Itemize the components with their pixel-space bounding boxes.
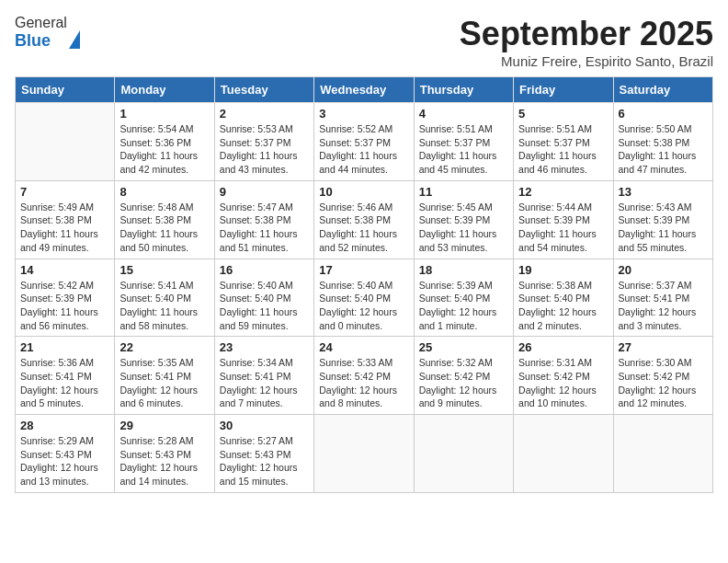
calendar-cell: 23Sunrise: 5:34 AM Sunset: 5:41 PM Dayli… <box>214 337 313 415</box>
day-info: Sunrise: 5:43 AM Sunset: 5:39 PM Dayligh… <box>619 201 708 255</box>
week-row-1: 7Sunrise: 5:49 AM Sunset: 5:38 PM Daylig… <box>16 180 713 259</box>
day-header-monday: Monday <box>115 77 214 103</box>
calendar-cell <box>613 415 712 493</box>
day-info: Sunrise: 5:54 AM Sunset: 5:36 PM Dayligh… <box>119 122 209 177</box>
day-number: 19 <box>518 263 608 277</box>
day-info: Sunrise: 5:27 AM Sunset: 5:43 PM Dayligh… <box>220 434 309 488</box>
calendar-cell: 26Sunrise: 5:31 AM Sunset: 5:42 PM Dayli… <box>514 337 613 415</box>
day-number: 12 <box>518 185 608 199</box>
calendar-cell: 4Sunrise: 5:51 AM Sunset: 5:37 PM Daylig… <box>414 103 513 181</box>
day-header-wednesday: Wednesday <box>314 77 414 103</box>
week-row-4: 28Sunrise: 5:29 AM Sunset: 5:43 PM Dayli… <box>16 415 713 493</box>
calendar-cell: 16Sunrise: 5:40 AM Sunset: 5:40 PM Dayli… <box>214 259 313 337</box>
day-info: Sunrise: 5:33 AM Sunset: 5:42 PM Dayligh… <box>319 356 408 410</box>
day-info: Sunrise: 5:44 AM Sunset: 5:39 PM Dayligh… <box>518 201 608 255</box>
day-info: Sunrise: 5:38 AM Sunset: 5:40 PM Dayligh… <box>518 279 608 333</box>
day-number: 28 <box>20 419 109 432</box>
title-block: September 2025 Muniz Freire, Espirito Sa… <box>460 15 713 69</box>
calendar-cell: 21Sunrise: 5:36 AM Sunset: 5:41 PM Dayli… <box>16 337 115 415</box>
calendar-table: SundayMondayTuesdayWednesdayThursdayFrid… <box>15 76 713 493</box>
day-number: 13 <box>619 185 708 199</box>
calendar-cell: 10Sunrise: 5:46 AM Sunset: 5:38 PM Dayli… <box>314 180 414 259</box>
day-number: 1 <box>119 107 209 121</box>
calendar-cell: 22Sunrise: 5:35 AM Sunset: 5:41 PM Dayli… <box>115 337 214 415</box>
day-number: 15 <box>119 263 209 277</box>
day-header-thursday: Thursday <box>414 77 513 103</box>
calendar-cell: 8Sunrise: 5:48 AM Sunset: 5:38 PM Daylig… <box>115 180 214 259</box>
week-row-3: 21Sunrise: 5:36 AM Sunset: 5:41 PM Dayli… <box>16 337 713 415</box>
calendar-cell: 3Sunrise: 5:52 AM Sunset: 5:37 PM Daylig… <box>314 103 414 181</box>
calendar-cell: 19Sunrise: 5:38 AM Sunset: 5:40 PM Dayli… <box>514 259 613 337</box>
day-info: Sunrise: 5:41 AM Sunset: 5:40 PM Dayligh… <box>119 279 209 333</box>
day-info: Sunrise: 5:39 AM Sunset: 5:40 PM Dayligh… <box>419 279 508 333</box>
day-number: 24 <box>319 340 408 354</box>
day-info: Sunrise: 5:49 AM Sunset: 5:38 PM Dayligh… <box>20 201 109 255</box>
day-info: Sunrise: 5:42 AM Sunset: 5:39 PM Dayligh… <box>20 279 109 333</box>
week-row-2: 14Sunrise: 5:42 AM Sunset: 5:39 PM Dayli… <box>16 259 713 337</box>
calendar-cell: 7Sunrise: 5:49 AM Sunset: 5:38 PM Daylig… <box>16 180 115 259</box>
day-info: Sunrise: 5:53 AM Sunset: 5:37 PM Dayligh… <box>220 122 309 177</box>
day-info: Sunrise: 5:28 AM Sunset: 5:43 PM Dayligh… <box>119 434 209 488</box>
day-info: Sunrise: 5:40 AM Sunset: 5:40 PM Dayligh… <box>319 279 408 333</box>
day-header-saturday: Saturday <box>613 77 712 103</box>
day-number: 9 <box>220 185 309 199</box>
logo-triangle <box>69 15 80 49</box>
calendar-cell: 20Sunrise: 5:37 AM Sunset: 5:41 PM Dayli… <box>613 259 712 337</box>
day-number: 5 <box>518 107 608 121</box>
day-info: Sunrise: 5:31 AM Sunset: 5:42 PM Dayligh… <box>518 356 608 410</box>
calendar-cell: 18Sunrise: 5:39 AM Sunset: 5:40 PM Dayli… <box>414 259 513 337</box>
day-info: Sunrise: 5:40 AM Sunset: 5:40 PM Dayligh… <box>220 279 309 333</box>
day-header-tuesday: Tuesday <box>214 77 313 103</box>
day-info: Sunrise: 5:46 AM Sunset: 5:38 PM Dayligh… <box>319 201 408 255</box>
calendar-cell: 6Sunrise: 5:50 AM Sunset: 5:38 PM Daylig… <box>613 103 712 181</box>
day-info: Sunrise: 5:50 AM Sunset: 5:38 PM Dayligh… <box>619 122 708 177</box>
calendar-cell: 25Sunrise: 5:32 AM Sunset: 5:42 PM Dayli… <box>414 337 513 415</box>
calendar-cell: 27Sunrise: 5:30 AM Sunset: 5:42 PM Dayli… <box>613 337 712 415</box>
day-info: Sunrise: 5:30 AM Sunset: 5:42 PM Dayligh… <box>619 356 708 410</box>
calendar-cell: 13Sunrise: 5:43 AM Sunset: 5:39 PM Dayli… <box>613 180 712 259</box>
calendar-cell <box>16 103 115 181</box>
day-number: 4 <box>419 107 508 121</box>
day-number: 11 <box>419 185 508 199</box>
day-number: 17 <box>319 263 408 277</box>
calendar-cell <box>514 415 613 493</box>
day-info: Sunrise: 5:51 AM Sunset: 5:37 PM Dayligh… <box>419 122 508 177</box>
calendar-cell: 24Sunrise: 5:33 AM Sunset: 5:42 PM Dayli… <box>314 337 414 415</box>
day-info: Sunrise: 5:37 AM Sunset: 5:41 PM Dayligh… <box>619 279 708 333</box>
day-number: 23 <box>220 340 309 354</box>
day-number: 7 <box>20 185 109 199</box>
day-number: 6 <box>619 107 708 121</box>
day-number: 21 <box>20 340 109 354</box>
day-number: 29 <box>119 419 209 432</box>
calendar-cell <box>314 415 414 493</box>
day-number: 10 <box>319 185 408 199</box>
day-info: Sunrise: 5:48 AM Sunset: 5:38 PM Dayligh… <box>119 201 209 255</box>
calendar-cell: 12Sunrise: 5:44 AM Sunset: 5:39 PM Dayli… <box>514 180 613 259</box>
day-info: Sunrise: 5:51 AM Sunset: 5:37 PM Dayligh… <box>518 122 608 177</box>
day-number: 25 <box>419 340 508 354</box>
day-number: 18 <box>419 263 508 277</box>
day-info: Sunrise: 5:36 AM Sunset: 5:41 PM Dayligh… <box>20 356 109 410</box>
month-title: September 2025 <box>460 15 713 53</box>
calendar-cell: 28Sunrise: 5:29 AM Sunset: 5:43 PM Dayli… <box>16 415 115 493</box>
day-number: 3 <box>319 107 408 121</box>
calendar-cell: 15Sunrise: 5:41 AM Sunset: 5:40 PM Dayli… <box>115 259 214 337</box>
day-number: 30 <box>220 419 309 432</box>
day-number: 2 <box>220 107 309 121</box>
logo-blue: Blue <box>15 31 51 50</box>
calendar-cell: 9Sunrise: 5:47 AM Sunset: 5:38 PM Daylig… <box>214 180 313 259</box>
calendar-cell: 17Sunrise: 5:40 AM Sunset: 5:40 PM Dayli… <box>314 259 414 337</box>
day-number: 26 <box>518 340 608 354</box>
calendar-cell: 30Sunrise: 5:27 AM Sunset: 5:43 PM Dayli… <box>214 415 313 493</box>
day-number: 22 <box>119 340 209 354</box>
day-info: Sunrise: 5:52 AM Sunset: 5:37 PM Dayligh… <box>319 122 408 177</box>
day-info: Sunrise: 5:35 AM Sunset: 5:41 PM Dayligh… <box>119 356 209 410</box>
calendar-cell: 5Sunrise: 5:51 AM Sunset: 5:37 PM Daylig… <box>514 103 613 181</box>
calendar-cell: 11Sunrise: 5:45 AM Sunset: 5:39 PM Dayli… <box>414 180 513 259</box>
logo: General Blue <box>15 15 80 51</box>
day-info: Sunrise: 5:32 AM Sunset: 5:42 PM Dayligh… <box>419 356 508 410</box>
day-info: Sunrise: 5:47 AM Sunset: 5:38 PM Dayligh… <box>220 201 309 255</box>
calendar-cell <box>414 415 513 493</box>
day-info: Sunrise: 5:34 AM Sunset: 5:41 PM Dayligh… <box>220 356 309 410</box>
week-row-0: 1Sunrise: 5:54 AM Sunset: 5:36 PM Daylig… <box>16 103 713 181</box>
